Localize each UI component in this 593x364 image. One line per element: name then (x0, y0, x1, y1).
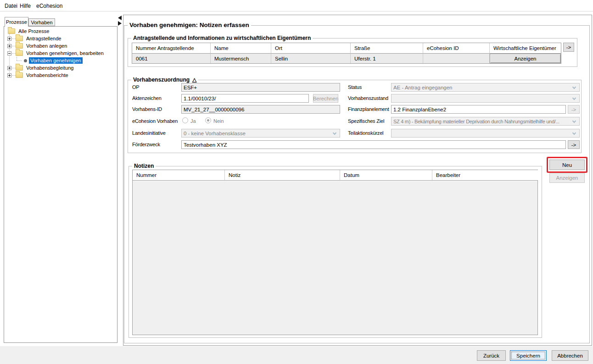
cell-nummer[interactable]: 0061 (132, 54, 211, 63)
assignment-group-title: Vorhabenszuordnung (133, 77, 190, 83)
chevron-down-icon (333, 131, 336, 135)
berechnen-button[interactable]: Berechnen (313, 94, 338, 103)
vorhabenszustand-combo[interactable] (391, 94, 580, 103)
column-header-ecohesion-id[interactable]: eCohesion ID (423, 43, 490, 54)
foerderzweck-field[interactable]: Testvorhaben XYZ (181, 140, 566, 149)
menu-ecohesion[interactable]: eCohesion (36, 3, 62, 9)
notes-table-empty-area (133, 181, 537, 335)
expand-icon[interactable] (7, 73, 11, 77)
column-header-strasse[interactable]: Straße (351, 43, 423, 54)
tab-vorhaben[interactable]: Vorhaben (28, 18, 55, 26)
tree-item-vorhaben-genehmigen-bearbeiten[interactable]: Vorhaben genehmigen, bearbeiten (7, 50, 105, 57)
tree-item-label: Vorhaben anlegen (25, 43, 68, 49)
tree-item-alle-prozesse[interactable]: Alle Prozesse (8, 28, 50, 35)
tree-item-label: Vorhaben genehmigen (29, 57, 83, 64)
ecohesion-vorhaben-label: eCohesion Vorhaben (132, 118, 178, 124)
cell-eigentuemer: Anzeigen (490, 54, 561, 63)
applicants-table: Nummer Antragstellende Name Ort Straße e… (132, 43, 561, 64)
foerderzweck-open-button[interactable]: -> (568, 140, 580, 149)
tree-connector (17, 57, 17, 61)
radio-nein[interactable] (205, 117, 211, 123)
aktenzeichen-field[interactable]: 1.1/00010/23/ (181, 94, 309, 103)
vorhabens-id-field[interactable]: MV_21_27__0000000096 (181, 105, 340, 114)
collapse-triangle-icon[interactable]: △ (192, 77, 196, 83)
finanzplanelement-field[interactable]: 1.2 FinanzplanEbene2 (391, 105, 566, 114)
op-label: OP (132, 84, 140, 90)
menu-datei[interactable]: Datei (5, 3, 17, 9)
finanzplanelement-label: Finanzplanelement (348, 106, 389, 112)
folder-icon (16, 50, 23, 56)
column-header-nummer[interactable]: Nummer (133, 170, 225, 181)
applicants-group-title: Antragstellende und Informationen zu wir… (131, 35, 313, 41)
collapse-icon[interactable] (7, 51, 11, 55)
folder-icon (16, 36, 23, 41)
expand-icon[interactable] (7, 66, 11, 70)
op-field[interactable]: ESF+ (181, 83, 340, 92)
tab-prozesse[interactable]: Prozesse (5, 17, 28, 27)
anzeigen-note-button[interactable]: Anzeigen (549, 173, 585, 183)
folder-icon (16, 65, 23, 71)
chevron-down-icon (572, 119, 576, 123)
teilaktionskuerzel-combo[interactable] (391, 129, 580, 138)
cell-name[interactable]: Mustermensch (211, 54, 271, 63)
status-combo[interactable]: AE - Antrag eingegangen (391, 83, 580, 92)
radio-nein-label: Nein (213, 118, 224, 124)
landesinitiative-combo[interactable]: 0 - keine Vorhabensklasse (181, 129, 340, 138)
tree-item-vorhaben-genehmigen[interactable]: Vorhaben genehmigen (24, 57, 83, 64)
cell-ecohesion-id[interactable] (423, 54, 490, 63)
expand-icon[interactable] (7, 44, 11, 48)
menu-hilfe[interactable]: Hilfe (20, 3, 31, 9)
tree-item-label: Alle Prozesse (17, 28, 50, 34)
column-header-ort[interactable]: Ort (271, 43, 351, 54)
status-label: Status (348, 84, 362, 90)
finanzplanelement-open-button[interactable]: -> (568, 105, 580, 114)
splitter-expand-right-icon[interactable] (118, 21, 122, 26)
tree-connector (17, 61, 22, 61)
chevron-down-icon (572, 96, 576, 100)
spezifisches-ziel-combo[interactable]: SZ 4 m) - Bekämpfung materieller Depriva… (391, 117, 580, 126)
column-header-name[interactable]: Name (211, 43, 271, 54)
menu-separator (0, 11, 593, 11)
tree-item-vorhabensberichte[interactable]: Vorhabensberichte (7, 72, 70, 79)
status-value: AE - Antrag eingegangen (393, 85, 453, 90)
vorhabens-id-label: Vorhabens-ID (132, 106, 162, 112)
notes-group-title: Notizen (132, 163, 156, 169)
tree-item-label: Antragstellende (25, 35, 62, 42)
teilaktionskuerzel-label: Teilaktionskürzel (348, 130, 383, 136)
open-applicant-button[interactable]: -> (563, 43, 574, 52)
folder-icon (8, 28, 15, 34)
foerderzweck-label: Förderzweck (132, 142, 160, 147)
speichern-button[interactable]: Speichern (510, 350, 547, 361)
highlight-annotation (547, 157, 587, 173)
column-header-bearbeiter[interactable]: Bearbeiter (432, 170, 538, 181)
expand-icon[interactable] (7, 37, 11, 41)
landesinitiative-value: 0 - keine Vorhabensklasse (184, 131, 246, 136)
cell-ort[interactable]: Sellin (271, 54, 351, 63)
folder-icon (16, 43, 23, 49)
bullet-icon (24, 59, 27, 62)
tree-item-vorhaben-anlegen[interactable]: Vorhaben anlegen (7, 42, 68, 50)
vorhabenszustand-label: Vorhabenszustand (348, 95, 388, 101)
splitter-collapse-left-icon[interactable] (118, 16, 122, 20)
tree-item-vorhabensbegleitung[interactable]: Vorhabensbegleitung (7, 64, 75, 72)
chevron-down-icon (572, 131, 576, 135)
chevron-down-icon (572, 85, 576, 89)
tree-item-antragstellende[interactable]: Antragstellende (7, 35, 62, 42)
spezifisches-ziel-value: SZ 4 m) - Bekämpfung materieller Depriva… (393, 119, 559, 124)
anzeigen-owners-button[interactable]: Anzeigen (490, 54, 561, 63)
column-header-notiz[interactable]: Notiz (225, 170, 340, 181)
abbrechen-button[interactable]: Abbrechen (552, 350, 588, 361)
notes-table: Nummer Notiz Datum Bearbeiter (132, 170, 538, 335)
spezifisches-ziel-label: Spezifisches Ziel (348, 118, 384, 124)
tree-item-label: Vorhabensberichte (25, 72, 70, 78)
column-header-wirtschaftliche-eigentuemer[interactable]: Wirtschaftliche Eigentümer (490, 43, 561, 54)
zurueck-button[interactable]: Zurück (477, 350, 506, 361)
tree-item-label: Vorhaben genehmigen, bearbeiten (25, 50, 105, 56)
radio-ja[interactable] (182, 117, 188, 123)
tree-item-label: Vorhabensbegleitung (25, 65, 75, 71)
column-header-datum[interactable]: Datum (340, 170, 432, 181)
cell-strasse[interactable]: Uferstr. 1 (351, 54, 423, 63)
aktenzeichen-label: Aktenzeichen (132, 95, 162, 101)
column-header-nummer-antragstellende[interactable]: Nummer Antragstellende (132, 43, 211, 54)
page-title: Vorhaben genehmigen: Notizen erfassen (128, 22, 251, 28)
